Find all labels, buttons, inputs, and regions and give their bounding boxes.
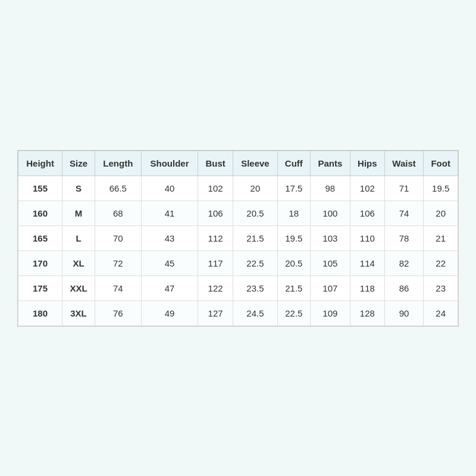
header-sleeve: Sleeve [233,151,277,176]
cell-r1-c3: 41 [141,201,198,226]
cell-r1-c1: M [62,201,95,226]
cell-r3-c2: 72 [95,250,141,275]
header-bust: Bust [198,151,233,176]
cell-r2-c9: 78 [384,226,424,250]
cell-r5-c4: 127 [198,300,233,325]
cell-r5-c8: 128 [350,300,385,325]
header-shoulder: Shoulder [141,151,198,176]
cell-r3-c5: 22.5 [233,250,277,275]
cell-r4-c7: 107 [310,275,350,300]
cell-r3-c4: 117 [198,250,233,275]
cell-r2-c2: 70 [95,226,141,250]
cell-r4-c6: 21.5 [277,275,310,300]
cell-r5-c2: 76 [95,300,141,325]
cell-r5-c5: 24.5 [233,300,277,325]
cell-r4-c4: 122 [198,275,233,300]
header-height: Height [18,151,62,176]
cell-r3-c10: 22 [424,250,458,275]
table-row: 170XL724511722.520.51051148222 [18,250,458,275]
cell-r5-c3: 49 [141,300,198,325]
cell-r2-c1: L [62,226,95,250]
cell-r2-c7: 103 [310,226,350,250]
cell-r5-c9: 90 [384,300,424,325]
cell-r2-c4: 112 [198,226,233,250]
cell-r0-c8: 102 [350,176,385,201]
cell-r4-c3: 47 [141,275,198,300]
table-row: 175XXL744712223.521.51071188623 [18,275,458,300]
cell-r0-c6: 17.5 [277,176,310,201]
cell-r2-c8: 110 [350,226,385,250]
cell-r4-c8: 118 [350,275,385,300]
table-body: 155S66.5401022017.5981027119.5160M684110… [18,176,458,325]
cell-r1-c8: 106 [350,201,385,226]
cell-r0-c2: 66.5 [95,176,141,201]
table-row: 160M684110620.5181001067420 [18,201,458,226]
cell-r2-c10: 21 [424,226,458,250]
cell-r0-c3: 40 [141,176,198,201]
cell-r3-c3: 45 [141,250,198,275]
cell-r0-c1: S [62,176,95,201]
table-row: 165L704311221.519.51031107821 [18,226,458,250]
cell-r5-c1: 3XL [62,300,95,325]
cell-r4-c2: 74 [95,275,141,300]
cell-r4-c10: 23 [424,275,458,300]
cell-r1-c10: 20 [424,201,458,226]
table-row: 155S66.5401022017.5981027119.5 [18,176,458,201]
cell-r5-c7: 109 [310,300,350,325]
header-hips: Hips [350,151,385,176]
cell-r4-c5: 23.5 [233,275,277,300]
cell-r4-c0: 175 [18,275,62,300]
header-size: Size [62,151,95,176]
cell-r0-c4: 102 [198,176,233,201]
cell-r5-c0: 180 [18,300,62,325]
cell-r2-c6: 19.5 [277,226,310,250]
header-cuff: Cuff [277,151,310,176]
header-length: Length [95,151,141,176]
header-foot: Foot [424,151,458,176]
size-chart-table: HeightSizeLengthShoulderBustSleeveCuffPa… [18,151,458,326]
header-waist: Waist [384,151,424,176]
cell-r1-c5: 20.5 [233,201,277,226]
cell-r0-c10: 19.5 [424,176,458,201]
size-chart-container: HeightSizeLengthShoulderBustSleeveCuffPa… [17,150,459,327]
cell-r3-c8: 114 [350,250,385,275]
cell-r3-c9: 82 [384,250,424,275]
cell-r1-c6: 18 [277,201,310,226]
header-pants: Pants [310,151,350,176]
cell-r5-c6: 22.5 [277,300,310,325]
cell-r2-c0: 165 [18,226,62,250]
cell-r3-c7: 105 [310,250,350,275]
table-header-row: HeightSizeLengthShoulderBustSleeveCuffPa… [18,151,458,176]
cell-r1-c7: 100 [310,201,350,226]
cell-r0-c7: 98 [310,176,350,201]
cell-r4-c1: XXL [62,275,95,300]
cell-r4-c9: 86 [384,275,424,300]
cell-r2-c5: 21.5 [233,226,277,250]
cell-r1-c9: 74 [384,201,424,226]
cell-r0-c9: 71 [384,176,424,201]
cell-r3-c6: 20.5 [277,250,310,275]
cell-r1-c0: 160 [18,201,62,226]
cell-r0-c5: 20 [233,176,277,201]
cell-r1-c2: 68 [95,201,141,226]
cell-r3-c0: 170 [18,250,62,275]
cell-r5-c10: 24 [424,300,458,325]
cell-r2-c3: 43 [141,226,198,250]
cell-r1-c4: 106 [198,201,233,226]
cell-r0-c0: 155 [18,176,62,201]
table-row: 1803XL764912724.522.51091289024 [18,300,458,325]
cell-r3-c1: XL [62,250,95,275]
